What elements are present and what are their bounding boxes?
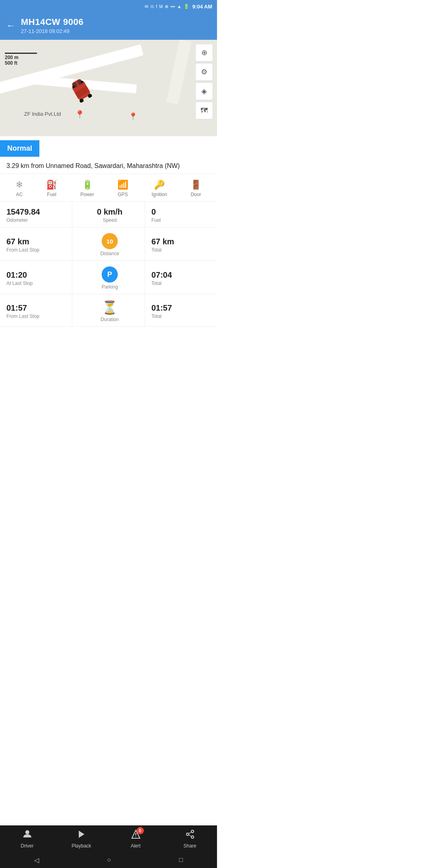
sensor-power-label: Power xyxy=(80,192,94,197)
map-pin-1: 📍 xyxy=(75,110,85,119)
duration-icon: ⏳ xyxy=(102,300,118,315)
from-last-stop-cell: 67 km From Last Stop xyxy=(0,231,72,257)
fb-icon: f xyxy=(156,4,157,9)
parking-label: Parking xyxy=(102,284,118,290)
m-icon: M xyxy=(159,4,163,9)
ac-icon: ❄ xyxy=(16,180,23,190)
map-buttons: ⊕ ⚙ ◈ 🗺 xyxy=(195,44,213,119)
speed-cell: 0 km/h Speed xyxy=(72,202,145,227)
data-row-4: 01:57 From Last Stop ⏳ Duration 01:57 To… xyxy=(0,294,217,327)
duration-total-value: 01:57 xyxy=(151,303,172,313)
status-icons: ✉ ⊙ f M ⊕ ••• ▲ 🔋 xyxy=(145,4,189,9)
status-time: 9:04 AM xyxy=(192,4,212,10)
map-type-button[interactable]: 🗺 xyxy=(195,102,213,119)
total-time-value: 07:04 xyxy=(151,270,172,280)
status-badge: Normal xyxy=(0,140,39,157)
total-distance-label: Total xyxy=(151,247,162,253)
gps-icon: 📶 xyxy=(117,180,128,190)
header-info: MH14CW 9006 27-11-2018 09:02:49 xyxy=(21,17,211,34)
distance-cell: 10 Distance xyxy=(72,227,145,260)
settings-button[interactable]: ⚙ xyxy=(195,63,213,81)
gear-icon: ⚙ xyxy=(201,68,207,76)
scale-bar xyxy=(5,53,37,54)
sensor-ignition-label: Ignition xyxy=(151,192,167,197)
data-row-2: 67 km From Last Stop 10 Distance 67 km T… xyxy=(0,227,217,261)
at-last-stop-cell: 01:20 At Last Stop xyxy=(0,265,72,290)
duration-from-last-stop-label: From Last Stop xyxy=(6,313,39,319)
circle-icon: ⊙ xyxy=(150,4,154,9)
sensor-door-label: Door xyxy=(190,192,201,197)
door-icon: 🚪 xyxy=(190,180,201,190)
map-scale: 200 m 500 ft xyxy=(5,53,37,66)
route-icon: ◈ xyxy=(201,87,207,96)
status-badge-container: Normal xyxy=(0,136,217,157)
duration-total-label: Total xyxy=(151,313,162,319)
from-last-stop-label: From Last Stop xyxy=(6,247,39,253)
status-bar: ✉ ⊙ f M ⊕ ••• ▲ 🔋 9:04 AM xyxy=(0,0,217,13)
chrome-icon: ⊕ xyxy=(165,4,168,9)
header: ← MH14CW 9006 27-11-2018 09:02:49 xyxy=(0,13,217,40)
sensor-ac-label: AC xyxy=(16,192,23,197)
sensor-gps: 📶 GPS xyxy=(117,180,128,197)
fuel-label: Fuel xyxy=(151,217,161,223)
vehicle-id: MH14CW 9006 xyxy=(21,17,211,27)
parking-cell: P Parking xyxy=(72,261,145,294)
odometer-value: 15479.84 xyxy=(6,207,40,217)
duration-label: Duration xyxy=(100,317,119,322)
sensor-power: 🔋 Power xyxy=(80,180,94,197)
map-pin-2: 📍 xyxy=(129,112,137,121)
sensor-ignition: 🔑 Ignition xyxy=(151,180,167,197)
signal-bars: ▲ xyxy=(177,4,182,9)
sensor-fuel-label: Fuel xyxy=(47,192,56,197)
ignition-icon: 🔑 xyxy=(154,180,165,190)
scale-meters: 200 m xyxy=(5,55,37,60)
fuel-icon: ⛽ xyxy=(46,180,57,190)
sensors-row: ❄ AC ⛽ Fuel 🔋 Power 📶 GPS 🔑 Ignition 🚪 D… xyxy=(0,174,217,202)
sensor-door: 🚪 Door xyxy=(190,180,201,197)
speed-value: 0 km/h xyxy=(97,207,122,217)
duration-from-last-stop-value: 01:57 xyxy=(6,303,27,313)
data-grid: 15479.84 Odometer 0 km/h Speed 0 Fuel 67… xyxy=(0,202,217,327)
total-time-label: Total xyxy=(151,280,162,286)
fuel-value: 0 xyxy=(151,207,156,217)
at-last-stop-value: 01:20 xyxy=(6,270,27,280)
locate-button[interactable]: ⊕ xyxy=(195,44,213,61)
parking-badge: P xyxy=(102,266,118,283)
locate-icon: ⊕ xyxy=(201,48,207,57)
at-last-stop-label: At Last Stop xyxy=(6,280,33,286)
distance-label: Distance xyxy=(100,251,119,256)
duration-from-last-stop-cell: 01:57 From Last Stop xyxy=(0,298,72,323)
battery-icon: 🔋 xyxy=(184,4,189,9)
sensor-gps-label: GPS xyxy=(118,192,128,197)
odometer-label: Odometer xyxy=(6,217,28,223)
dots-icon: ••• xyxy=(170,4,175,9)
total-time-cell: 07:04 Total xyxy=(145,265,217,290)
map-location-label: ZF India Pvt.Ltd xyxy=(24,111,61,117)
sensor-fuel: ⛽ Fuel xyxy=(46,180,57,197)
power-icon: 🔋 xyxy=(82,180,93,190)
duration-total-cell: 01:57 Total xyxy=(145,298,217,323)
total-distance-value: 67 km xyxy=(151,237,174,246)
route-button[interactable]: ◈ xyxy=(195,82,213,100)
location-text: 3.29 km from Unnamed Road, Sawardari, Ma… xyxy=(0,157,217,174)
distance-badge: 10 xyxy=(102,233,118,249)
fuel-cell: 0 Fuel xyxy=(145,202,217,227)
timestamp: 27-11-2018 09:02:49 xyxy=(21,28,211,34)
from-last-stop-value: 67 km xyxy=(6,237,29,246)
scale-feet: 500 ft xyxy=(5,60,37,66)
data-row-3: 01:20 At Last Stop P Parking 07:04 Total xyxy=(0,261,217,294)
data-row-1: 15479.84 Odometer 0 km/h Speed 0 Fuel xyxy=(0,202,217,227)
speed-label: Speed xyxy=(103,217,117,223)
total-distance-cell: 67 km Total xyxy=(145,231,217,257)
sensor-ac: ❄ AC xyxy=(16,180,23,197)
map-view[interactable]: 200 m 500 ft ZF India Pvt.Ltd 📍 📍 ⊕ ⚙ ◈ xyxy=(0,40,217,136)
duration-cell: ⏳ Duration xyxy=(72,294,145,326)
back-button[interactable]: ← xyxy=(6,20,15,31)
map-icon: 🗺 xyxy=(201,106,208,115)
msg-icon: ✉ xyxy=(145,4,148,9)
odometer-cell: 15479.84 Odometer xyxy=(0,202,72,227)
